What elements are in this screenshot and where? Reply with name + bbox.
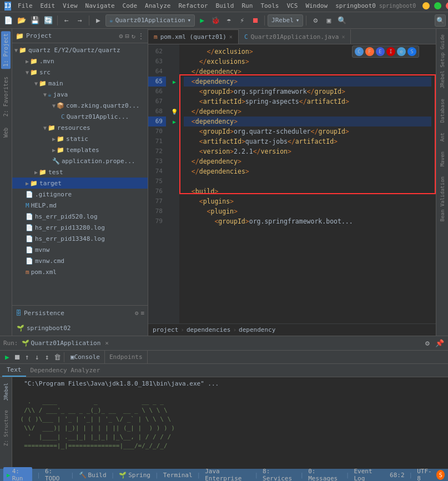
back-button[interactable]: ←	[61, 14, 73, 27]
tab-pom-xml[interactable]: m pom.xml (quartz01) ×	[148, 29, 239, 44]
persistence-header[interactable]: 🗄 Persistence ⚙ ≡	[12, 306, 148, 320]
debug-button[interactable]: 🐞	[209, 14, 222, 27]
close-button[interactable]	[446, 2, 448, 9]
gutter-69[interactable]: ▶	[169, 117, 179, 126]
ie-icon[interactable]: I	[386, 47, 395, 56]
tab-close-pom[interactable]: ×	[229, 34, 233, 40]
tree-item-test[interactable]: ▶ 📁 test	[12, 166, 148, 178]
breadcrumb-dependencies[interactable]: dependencies	[187, 326, 230, 333]
edge-icon[interactable]: E	[376, 47, 385, 56]
tree-item-log2[interactable]: 📄 hs_err_pid13280.log	[12, 222, 148, 233]
tree-item-mvn[interactable]: ▶ 📁 .mvn	[12, 55, 148, 67]
todo-status[interactable]: 6: TODO	[45, 468, 66, 481]
persistence-settings-icon[interactable]: ⚙	[135, 310, 139, 317]
terminal-button[interactable]: ▣	[323, 14, 335, 27]
menu-vcs[interactable]: VCS	[284, 1, 301, 11]
endpoints-tab[interactable]: Endpoints	[105, 350, 148, 364]
tree-item-target[interactable]: ▶ 📁 target	[12, 178, 148, 189]
forward-button[interactable]: →	[74, 14, 86, 27]
project-dropdown[interactable]: ☕ Quartz01Application ▾	[105, 14, 195, 27]
maximize-button[interactable]	[434, 2, 441, 9]
settings-button[interactable]: ⚙	[309, 14, 321, 27]
firefox-icon[interactable]: F	[365, 47, 374, 56]
menu-navigate[interactable]: Navigate	[82, 1, 118, 11]
terminal-status[interactable]: Terminal	[163, 472, 193, 479]
breadcrumb-dependency[interactable]: dependency	[239, 326, 275, 333]
gutter-68[interactable]: 💡	[169, 107, 179, 117]
project-settings-icon[interactable]: ⚙	[119, 32, 123, 40]
run-button[interactable]: ▶	[196, 14, 208, 27]
menu-file[interactable]: File	[14, 1, 36, 11]
bean-validation-tab[interactable]: Bean Validation	[439, 173, 446, 225]
encoding-indicator[interactable]: UTF-8	[417, 468, 432, 481]
structure-bottom-tab[interactable]: Z: Structure	[2, 407, 10, 449]
spring-status[interactable]: 🌱 Spring	[119, 472, 150, 479]
sub-tab-text[interactable]: Text	[2, 364, 26, 377]
console-tab[interactable]: ▣ Console	[66, 350, 105, 364]
tree-item-quartz[interactable]: ▼ 📁 quartz E/Y2/Quartz/quartz	[12, 44, 148, 55]
tree-item-pom-xml[interactable]: m pom.xml	[12, 266, 148, 277]
stop-button[interactable]: ⏹	[249, 14, 261, 27]
run-recent-button[interactable]: ▶	[92, 14, 104, 27]
code-area[interactable]: </exclusion> </exclusions> </dependency>…	[179, 44, 436, 323]
open-button[interactable]: 📂	[16, 14, 28, 27]
sync-button[interactable]: 🔄	[42, 14, 54, 27]
run-pin-button[interactable]: 📌	[435, 338, 445, 348]
tab-close-java[interactable]: ×	[341, 34, 345, 40]
run-play-button[interactable]: ▶	[2, 352, 12, 362]
persistence-item[interactable]: 🌱 springboot02	[17, 322, 143, 333]
build-status[interactable]: 🔨 Build	[79, 472, 107, 479]
tree-item-static[interactable]: ▶ 📁 static	[12, 133, 148, 144]
menu-refactor[interactable]: Refactor	[175, 1, 211, 11]
tree-item-mvnw[interactable]: 📄 mvnw	[12, 244, 148, 255]
persistence-toolbar-icon[interactable]: ≡	[140, 310, 144, 317]
menu-project[interactable]: springboot0	[332, 1, 379, 11]
project-panel-tab[interactable]: 1: Project	[1, 31, 11, 69]
profile-button[interactable]: ⚡	[236, 14, 248, 27]
tab-main-java[interactable]: C Quartz01Application.java ×	[239, 29, 351, 44]
tree-item-help[interactable]: M HELP.md	[12, 200, 148, 211]
scroll-down-button[interactable]: ↓	[32, 352, 42, 362]
tree-item-log1[interactable]: 📄 hs_err_pid520.log	[12, 211, 148, 222]
web-panel-tab[interactable]: Web	[2, 124, 10, 141]
messages-status[interactable]: 0: Messages	[308, 468, 341, 481]
gutter-65[interactable]: ▶	[169, 77, 179, 87]
scroll-up-button[interactable]: ↑	[22, 352, 32, 362]
menu-tools[interactable]: Tools	[257, 1, 282, 11]
menu-view[interactable]: View	[59, 1, 81, 11]
favorites-panel-tab[interactable]: 2: Favorites	[2, 73, 10, 120]
event-log-status[interactable]: Event Log	[354, 468, 381, 481]
menu-edit[interactable]: Edit	[37, 1, 59, 11]
database-tab[interactable]: Database	[439, 95, 446, 126]
ie-legacy-icon[interactable]: e	[397, 47, 406, 56]
save-button[interactable]: 💾	[29, 14, 41, 27]
services-status[interactable]: 8: Services	[263, 468, 296, 481]
tree-item-mvnw-cmd[interactable]: 📄 mvnw.cmd	[12, 255, 148, 266]
tree-item-log3[interactable]: 📄 hs_err_pid13348.log	[12, 233, 148, 244]
tree-item-src[interactable]: ▼ 📁 src	[12, 67, 148, 78]
menu-analyze[interactable]: Analyze	[142, 1, 174, 11]
scroll-to-end-button[interactable]: ↕	[42, 352, 52, 362]
maven-tab[interactable]: Maven	[439, 148, 446, 170]
tree-item-java[interactable]: ▼ ☕ java	[12, 89, 148, 100]
jrebel-setup-tab[interactable]: JRebel Setup Guide	[439, 31, 446, 92]
tree-item-resources[interactable]: ▼ 📁 resources	[12, 122, 148, 133]
search-input[interactable]: 🔍	[435, 14, 446, 27]
run-status-button[interactable]: ▶ 4: Run	[3, 467, 32, 481]
more-icon[interactable]: ⋮	[138, 32, 144, 40]
tree-item-package[interactable]: ▼ 📦 com.zking.quartz0...	[12, 100, 148, 111]
tree-item-application[interactable]: 🔧 application.prope...	[12, 155, 148, 166]
coverage-button[interactable]: ☂	[223, 14, 235, 27]
sync-files-icon[interactable]: ↻	[132, 32, 135, 40]
menu-window[interactable]: Window	[302, 1, 331, 11]
tree-item-main[interactable]: ▼ 📁 main	[12, 78, 148, 89]
sub-tab-dependency[interactable]: Dependency Analyzer	[26, 364, 105, 377]
tree-item-templates[interactable]: ▶ 📁 templates	[12, 144, 148, 155]
collapse-icon[interactable]: ⊟	[125, 32, 129, 40]
java-enterprise-status[interactable]: Java Enterprise	[205, 468, 250, 481]
clear-console-button[interactable]: 🗑	[52, 352, 62, 362]
menu-code[interactable]: Code	[119, 1, 141, 11]
new-file-button[interactable]: 📄	[2, 14, 14, 27]
breadcrumb-project[interactable]: project	[153, 326, 178, 333]
run-settings-button[interactable]: ⚙	[422, 338, 432, 348]
